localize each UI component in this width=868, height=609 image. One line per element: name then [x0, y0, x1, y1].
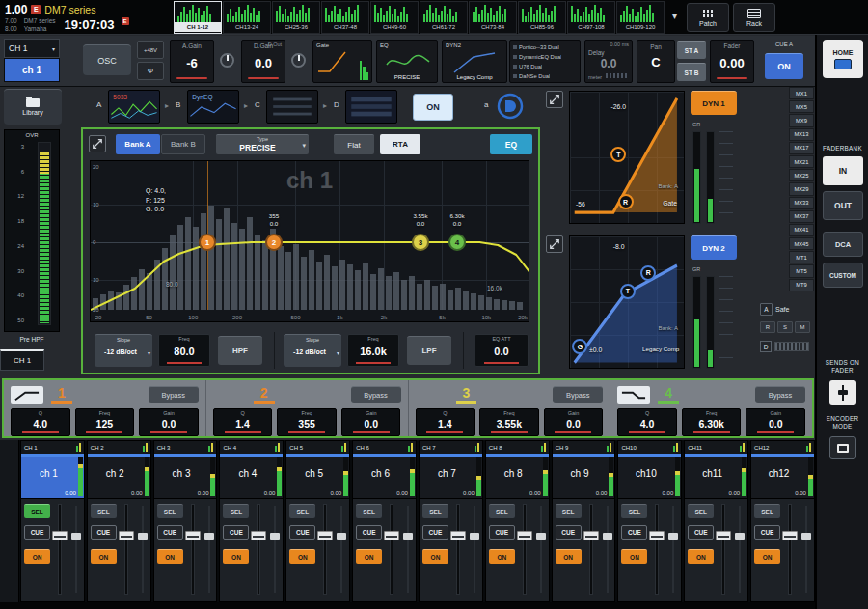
eq-band-point[interactable]: 1 — [199, 234, 216, 251]
sel-button[interactable]: SEL — [24, 504, 50, 518]
channel-select[interactable]: CH 1 ▾ ch 1 — [4, 39, 60, 83]
rta-toggle-button[interactable]: RTA — [380, 134, 420, 154]
strip-name-box[interactable]: ch 4 0.00 — [220, 454, 283, 499]
send-bus-item[interactable]: MX37 — [789, 210, 814, 223]
hpf-on-button[interactable]: HPF — [218, 336, 262, 365]
cue-button[interactable]: CUE — [157, 525, 183, 540]
solo-safe-s-button[interactable]: S — [777, 321, 793, 333]
sel-button[interactable]: SEL — [422, 504, 448, 518]
eq-type-dropdown[interactable]: Type PRECISE ▾ — [216, 134, 309, 154]
send-bus-item[interactable]: MT1 — [789, 251, 814, 263]
on-button[interactable]: ON — [289, 549, 315, 564]
send-bus-item[interactable]: MX21 — [789, 155, 814, 168]
band-freq-box[interactable]: Freq 6.30k — [682, 408, 742, 436]
on-button[interactable]: ON — [91, 549, 117, 564]
channel-bank-tab[interactable]: CH73-84 — [469, 1, 517, 34]
fader-handle[interactable] — [119, 531, 134, 540]
band-gain-box[interactable]: Gain 0.0 — [544, 408, 604, 436]
band-freq-box[interactable]: Freq 355 — [277, 408, 337, 436]
send-bus-item[interactable]: MX1 — [789, 87, 814, 99]
fader-handle[interactable] — [251, 531, 266, 540]
band-gain-box[interactable]: Gain 0.0 — [139, 408, 199, 436]
on-button[interactable]: ON — [489, 549, 515, 564]
on-button[interactable]: ON — [24, 549, 50, 564]
send-bus-item[interactable]: MX29 — [789, 182, 814, 195]
band-gain-box[interactable]: Gain 0.0 — [341, 408, 401, 436]
channel-bank-tab[interactable]: CH49-60 — [370, 1, 419, 34]
st-a-button[interactable]: ST A — [677, 41, 706, 59]
sel-button[interactable]: SEL — [356, 504, 382, 518]
dyn2-button[interactable]: DYN 2 — [691, 235, 737, 260]
on-button[interactable]: ON — [422, 549, 448, 564]
cue-button[interactable]: CUE — [91, 525, 117, 540]
fader-track[interactable] — [191, 504, 195, 595]
on-button[interactable]: ON — [754, 549, 780, 564]
fader-track[interactable] — [390, 504, 393, 595]
library-button[interactable]: Library — [4, 89, 62, 125]
faderbank-custom-button[interactable]: CUSTOM — [823, 263, 863, 288]
band-freq-box[interactable]: Freq 3.55k — [479, 408, 539, 436]
fader-handle[interactable] — [782, 531, 798, 540]
mute-safe-m-button[interactable]: M — [795, 321, 810, 333]
comp-graph[interactable]: -8.0 ±0.0 Bank: A Legacy Comp T R G — [569, 235, 685, 369]
expand-icon[interactable] — [546, 235, 563, 253]
channel-strip[interactable]: CH 1 ch 1 0.00 SEL CUE ON — [20, 440, 85, 602]
fader-handle[interactable] — [450, 531, 466, 540]
channel-bank-tab[interactable]: CH109-120 — [616, 1, 665, 34]
fader-track[interactable] — [456, 504, 460, 595]
send-bus-item[interactable]: MX5 — [789, 100, 814, 113]
band-gain-box[interactable]: Gain 0.0 — [746, 408, 805, 436]
send-bus-item[interactable]: MX13 — [789, 128, 814, 141]
sel-button[interactable]: SEL — [157, 504, 183, 518]
sel-button[interactable]: SEL — [223, 504, 249, 518]
fader-track[interactable] — [323, 504, 327, 595]
strip-name-box[interactable]: ch 6 0.00 — [353, 454, 416, 499]
cue-button[interactable]: CUE — [223, 525, 249, 540]
direct-out-icon[interactable] — [496, 92, 525, 121]
fader-track[interactable] — [523, 504, 527, 595]
eq-att-box[interactable]: EQ ATT 0.0 — [475, 334, 529, 367]
channel-bank-tab[interactable]: CH 1-12 — [174, 1, 222, 34]
faderbank-dca-button[interactable]: DCA — [823, 232, 863, 257]
on-button[interactable]: ON — [223, 549, 249, 564]
insert-slot-b[interactable]: DynEQ — [187, 90, 239, 124]
band-number[interactable]: 1 — [51, 385, 72, 404]
fader-track[interactable] — [721, 504, 725, 595]
send-bus-item[interactable]: MT9 — [789, 279, 814, 291]
send-bus-item[interactable]: MX9 — [789, 114, 814, 126]
band-freq-box[interactable]: Freq 125 — [75, 408, 135, 436]
strip-name-box[interactable]: ch 7 0.00 — [420, 454, 482, 499]
fader-handle[interactable] — [185, 531, 201, 540]
eq-on-button[interactable]: EQ — [490, 134, 532, 154]
recall-safe-r-button[interactable]: R — [760, 321, 775, 333]
hpf-freq-box[interactable]: Freq 80.0 — [158, 334, 210, 367]
eq-band-point[interactable]: 4 — [448, 234, 466, 251]
sel-button[interactable]: SEL — [754, 504, 780, 518]
on-button[interactable]: ON — [157, 549, 183, 564]
band-filter-type-icon[interactable] — [617, 386, 650, 404]
cue-button[interactable]: CUE — [556, 525, 582, 540]
cue-button[interactable]: CUE — [422, 525, 448, 540]
fader-handle[interactable] — [52, 531, 68, 540]
gain-knob-icon[interactable] — [291, 53, 306, 68]
chevron-down-icon[interactable]: ▾ — [672, 11, 677, 21]
cue-button[interactable]: CUE — [688, 525, 714, 540]
insert-slot-a[interactable]: 5033 — [108, 90, 160, 124]
gate-mini-view[interactable]: Gate — [312, 40, 372, 83]
strip-name-box[interactable]: ch 1 0.00 — [21, 454, 84, 499]
channel-bank-tab[interactable]: CH61-72 — [420, 1, 468, 34]
comp-threshold-knob[interactable]: T — [620, 284, 636, 299]
on-button[interactable]: ON — [688, 549, 714, 564]
on-button[interactable]: ON — [556, 549, 582, 564]
eq-mini-view[interactable]: EQ PRECISE — [376, 40, 438, 83]
channel-strip[interactable]: CH 2 ch 2 0.00 SEL CUE ON — [87, 440, 151, 602]
sel-button[interactable]: SEL — [489, 504, 515, 518]
channel-strip[interactable]: CH 6 ch 6 0.00 SEL CUE ON — [352, 440, 417, 602]
channel-bank-tab[interactable]: CH25-36 — [272, 1, 320, 34]
band-q-box[interactable]: Q 1.4 — [416, 408, 475, 436]
on-button[interactable]: ON — [621, 549, 647, 564]
insert-row[interactable]: U76 Dual — [513, 62, 577, 71]
channel-strip[interactable]: CH 9 ch 9 0.00 SEL CUE ON — [552, 440, 616, 602]
insert-on-button[interactable]: ON — [413, 94, 453, 121]
strip-name-box[interactable]: ch 5 0.00 — [286, 454, 349, 499]
